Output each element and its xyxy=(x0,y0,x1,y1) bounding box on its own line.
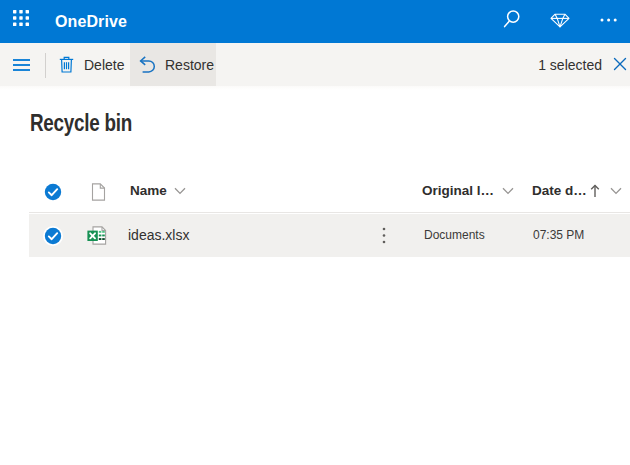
delete-button[interactable]: Delete xyxy=(52,43,128,86)
restore-button-label: Restore xyxy=(165,57,214,73)
more-actions-icon[interactable] xyxy=(382,227,386,244)
file-name[interactable]: ideas.xlsx xyxy=(128,214,189,257)
premium-button[interactable] xyxy=(543,0,577,43)
onedrive-app: OneDrive xyxy=(0,0,630,465)
premium-diamond-icon xyxy=(550,13,570,28)
app-launcher-button[interactable] xyxy=(0,0,44,43)
file-row[interactable]: ideas.xlsx Documents 07:35 PM xyxy=(0,214,630,257)
select-all-checkbox[interactable] xyxy=(43,182,63,202)
chevron-down-icon[interactable] xyxy=(502,187,514,195)
column-header-date-deleted[interactable]: Date d… xyxy=(532,170,587,212)
clear-selection-button[interactable] xyxy=(611,50,630,78)
file-original-location: Documents xyxy=(424,214,485,257)
search-icon xyxy=(501,9,521,31)
command-bar-shadow xyxy=(0,86,630,90)
row-checkbox[interactable] xyxy=(43,226,63,246)
search-button[interactable] xyxy=(496,0,530,43)
restore-button[interactable]: Restore xyxy=(130,43,216,86)
chevron-down-icon[interactable] xyxy=(610,187,622,195)
app-title[interactable]: OneDrive xyxy=(55,0,127,43)
command-bar-divider xyxy=(45,53,46,78)
chevron-down-icon[interactable] xyxy=(174,187,186,195)
page-title: Recycle bin xyxy=(30,110,132,137)
dismiss-x-icon xyxy=(613,57,627,71)
file-type-column-icon[interactable] xyxy=(91,183,106,201)
trash-icon xyxy=(59,56,74,73)
delete-button-label: Delete xyxy=(84,57,124,73)
app-launcher-waffle-icon xyxy=(13,10,29,26)
more-ellipsis-icon xyxy=(600,18,618,22)
excel-file-icon xyxy=(87,226,107,245)
restore-undo-icon xyxy=(139,56,156,74)
list-header-row: Name Original l… Date d… xyxy=(0,170,630,212)
suite-bar: OneDrive xyxy=(0,0,630,43)
sort-ascending-arrow-icon xyxy=(590,184,600,198)
file-date-deleted: 07:35 PM xyxy=(533,214,584,257)
hamburger-menu-icon xyxy=(13,59,30,71)
selection-status: 1 selected xyxy=(538,43,602,86)
nav-menu-button[interactable] xyxy=(0,43,43,86)
list-header-divider xyxy=(29,212,630,213)
column-header-original-location[interactable]: Original l… xyxy=(422,170,494,212)
suite-more-button[interactable] xyxy=(590,0,624,43)
column-header-name[interactable]: Name xyxy=(130,170,167,212)
